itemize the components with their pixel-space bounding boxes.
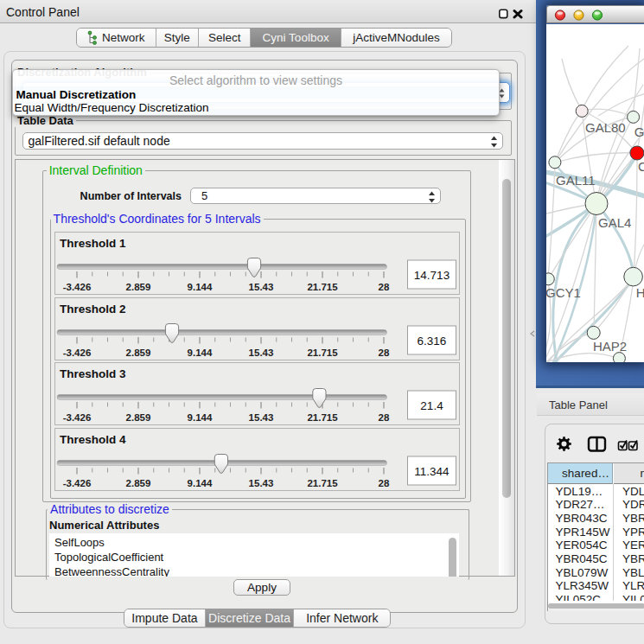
svg-text:21.715: 21.715: [307, 477, 338, 488]
svg-text:GAL11: GAL11: [556, 172, 596, 187]
svg-text:15.43: 15.43: [249, 282, 274, 292]
svg-text:9.144: 9.144: [188, 282, 213, 292]
svg-text:2.859: 2.859: [126, 477, 151, 488]
svg-text:14.713: 14.713: [414, 269, 450, 282]
svg-text:Threshold 2: Threshold 2: [60, 303, 126, 316]
svg-text:15.43: 15.43: [249, 477, 274, 488]
svg-text:HA: HA: [636, 284, 644, 299]
svg-text:HAP2: HAP2: [593, 338, 627, 353]
svg-text:28: 28: [379, 282, 390, 292]
svg-text:28: 28: [379, 347, 390, 357]
svg-text:-3.426: -3.426: [63, 412, 92, 423]
svg-text:6.316: 6.316: [418, 334, 447, 347]
svg-text:Threshold 1: Threshold 1: [60, 237, 126, 250]
svg-text:-3.426: -3.426: [63, 282, 92, 292]
svg-text:Threshold 3: Threshold 3: [60, 367, 126, 380]
svg-text:2.859: 2.859: [126, 282, 151, 292]
svg-text:21.4: 21.4: [420, 399, 443, 412]
svg-text:GA: GA: [634, 124, 644, 139]
svg-text:21.715: 21.715: [307, 412, 338, 423]
svg-text:GCY1: GCY1: [546, 284, 581, 299]
svg-text:21.715: 21.715: [307, 282, 338, 292]
svg-text:Threshold 4: Threshold 4: [60, 433, 126, 446]
svg-text:9.144: 9.144: [188, 477, 213, 488]
svg-text:2.859: 2.859: [126, 347, 151, 357]
svg-text:11.344: 11.344: [414, 464, 450, 477]
svg-text:15.43: 15.43: [249, 412, 274, 423]
svg-text:28: 28: [379, 477, 390, 488]
svg-text:GAL4: GAL4: [598, 214, 631, 229]
svg-text:GAL80: GAL80: [585, 119, 626, 134]
svg-text:-3.426: -3.426: [63, 477, 92, 488]
svg-text:21.715: 21.715: [307, 347, 338, 357]
svg-text:9.144: 9.144: [188, 412, 213, 423]
svg-text:-3.426: -3.426: [63, 347, 92, 357]
svg-text:9.144: 9.144: [188, 347, 213, 357]
svg-text:15.43: 15.43: [249, 347, 274, 357]
svg-text:2.859: 2.859: [126, 412, 151, 423]
svg-text:C: C: [638, 158, 644, 173]
svg-text:28: 28: [379, 412, 390, 423]
